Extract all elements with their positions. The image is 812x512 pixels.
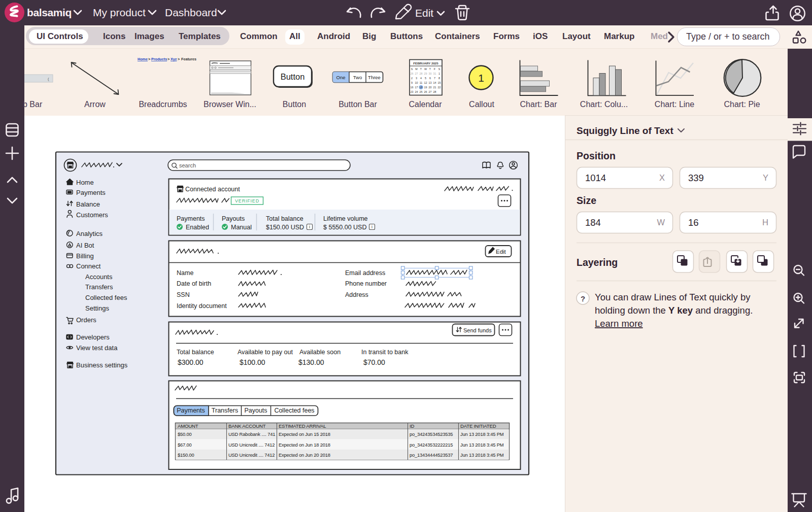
svg-text:Address: Address — [345, 291, 368, 298]
svg-text:Accounts: Accounts — [85, 273, 113, 281]
svg-text:USD Unicredit .... 7412: USD Unicredit .... 7412 — [228, 442, 275, 448]
svg-text:ESTIMATED ARRIVAL: ESTIMATED ARRIVAL — [279, 423, 326, 429]
svg-text:26: 26 — [424, 90, 427, 93]
svg-text:Position: Position — [577, 150, 616, 161]
svg-text:Jun 13 2018 3:45 PM: Jun 13 2018 3:45 PM — [460, 452, 504, 458]
svg-text:>: > — [167, 57, 170, 61]
svg-text:My product: My product — [93, 7, 146, 18]
svg-text:Collected fees: Collected fees — [85, 294, 127, 301]
svg-text:Transfers: Transfers — [212, 407, 238, 414]
svg-text:22: 22 — [438, 86, 441, 89]
svg-text:po_34243532222215: po_34243532222215 — [410, 442, 453, 448]
svg-text:Dashboard: Dashboard — [165, 7, 217, 18]
svg-text:4: 4 — [420, 77, 422, 80]
svg-text:Jun 13 2018 3:45 PM: Jun 13 2018 3:45 PM — [460, 442, 504, 448]
svg-text:?: ? — [581, 294, 585, 303]
svg-text:Available to pay out: Available to pay out — [238, 349, 293, 356]
svg-text:Xyz: Xyz — [171, 57, 177, 61]
svg-text:Layering: Layering — [577, 257, 618, 268]
svg-text:24: 24 — [415, 90, 418, 93]
svg-text:14: 14 — [433, 81, 436, 84]
svg-text:AI Bot: AI Bot — [76, 242, 94, 249]
svg-text:Enabled: Enabled — [186, 224, 209, 231]
svg-text:Date of birth: Date of birth — [177, 280, 211, 287]
svg-text:USD Rabobank .... 741: USD Rabobank .... 741 — [228, 431, 275, 437]
svg-text:>: > — [178, 57, 180, 61]
svg-text:1: 1 — [438, 72, 440, 75]
svg-text:Connected account: Connected account — [185, 186, 240, 193]
svg-text:30: 30 — [429, 72, 432, 75]
svg-text:po_34243534523535: po_34243534523535 — [410, 431, 453, 437]
svg-text:$67.00: $67.00 — [178, 442, 191, 448]
svg-text:FEBRUARY 2025: FEBRUARY 2025 — [413, 61, 438, 65]
svg-text:15: 15 — [438, 81, 441, 84]
svg-text:Name: Name — [177, 269, 193, 277]
svg-text:Total balance: Total balance — [266, 215, 303, 222]
svg-text:17: 17 — [415, 86, 418, 89]
svg-text:Edit: Edit — [496, 249, 506, 255]
svg-text:Send funds: Send funds — [463, 327, 492, 333]
svg-text:27: 27 — [429, 90, 432, 93]
svg-text:8: 8 — [438, 77, 440, 80]
svg-text:Expected on Jun 20 2018: Expected on Jun 20 2018 — [279, 452, 330, 458]
svg-text:25: 25 — [420, 90, 423, 93]
svg-text:SSN: SSN — [177, 291, 190, 298]
svg-text:1014: 1014 — [585, 173, 606, 183]
svg-text:Edit: Edit — [415, 7, 433, 19]
svg-text:Phone number: Phone number — [345, 280, 387, 287]
svg-text:Learn more: Learn more — [595, 318, 643, 329]
svg-text:Payments: Payments — [76, 189, 106, 196]
svg-text:184: 184 — [585, 217, 601, 228]
svg-text:1: 1 — [478, 72, 484, 84]
svg-text:Analytics: Analytics — [76, 230, 103, 237]
svg-text:In transit to bank: In transit to bank — [361, 349, 409, 356]
svg-text:19: 19 — [424, 86, 427, 89]
svg-text:You can draw Lines of Text qui: You can draw Lines of Text quickly by — [595, 292, 751, 302]
svg-text:Customers: Customers — [76, 211, 108, 219]
svg-text:16: 16 — [688, 217, 699, 228]
svg-text:Business settings: Business settings — [76, 361, 128, 369]
svg-text:Expected on Jun 18 2018: Expected on Jun 18 2018 — [279, 442, 330, 448]
svg-text:2: 2 — [411, 77, 413, 80]
svg-text:Payments: Payments — [177, 215, 205, 222]
svg-text:3: 3 — [416, 77, 417, 80]
svg-text:$300.00: $300.00 — [178, 358, 204, 366]
svg-text:balsamiq: balsamiq — [27, 7, 72, 18]
svg-text:ID: ID — [410, 423, 414, 429]
svg-text:Email address: Email address — [345, 269, 385, 277]
svg-text:S: S — [438, 67, 441, 71]
svg-text:16: 16 — [411, 86, 414, 89]
svg-text:Y: Y — [763, 173, 768, 182]
svg-text:28: 28 — [433, 90, 436, 93]
svg-text:DATE INITIATED: DATE INITIATED — [460, 423, 496, 429]
svg-text:Connect: Connect — [76, 262, 101, 270]
svg-text:27: 27 — [415, 72, 418, 75]
svg-text:M: M — [415, 67, 418, 71]
svg-text:18: 18 — [420, 86, 423, 89]
svg-text:Total balance: Total balance — [177, 349, 214, 356]
svg-text:21: 21 — [433, 86, 436, 89]
svg-text:Payouts: Payouts — [244, 407, 267, 414]
svg-text:VERIFIED: VERIFIED — [235, 198, 259, 203]
svg-text:31: 31 — [433, 72, 436, 75]
svg-text:20: 20 — [429, 86, 432, 89]
svg-text:23: 23 — [411, 90, 414, 93]
svg-text:Manual: Manual — [231, 224, 252, 231]
svg-text:Products: Products — [151, 57, 167, 61]
svg-text:$150.00 USD: $150.00 USD — [266, 224, 304, 231]
svg-text:S: S — [411, 67, 413, 71]
svg-text:26: 26 — [411, 72, 414, 75]
svg-text:9: 9 — [411, 81, 413, 84]
svg-text:10: 10 — [415, 81, 418, 84]
svg-text:Transfers: Transfers — [85, 283, 113, 291]
svg-text:One: One — [336, 75, 346, 80]
svg-text:Size: Size — [577, 195, 596, 206]
svg-text:holding down the Y key and dra: holding down the Y key and dragging. — [595, 305, 753, 316]
svg-text:Squiggly Line of Text: Squiggly Line of Text — [577, 125, 673, 136]
svg-text:Balance: Balance — [76, 200, 100, 208]
svg-text:X: X — [659, 173, 665, 182]
svg-text:Three: Three — [368, 75, 381, 80]
svg-text:13: 13 — [429, 81, 432, 84]
svg-text:(: ( — [48, 77, 49, 81]
svg-text:$70.00: $70.00 — [363, 358, 385, 366]
